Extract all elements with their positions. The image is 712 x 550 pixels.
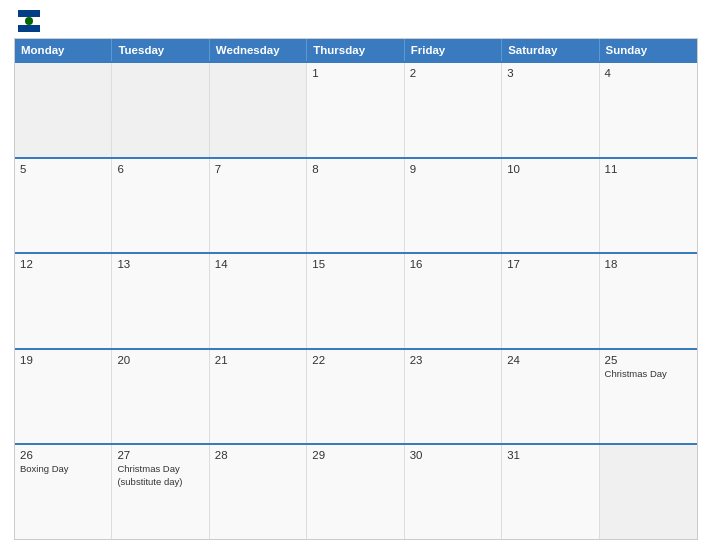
- logo-flag-icon: [18, 10, 40, 32]
- calendar-cell: 7: [210, 159, 307, 253]
- day-number: 3: [507, 67, 593, 79]
- header-day-sunday: Sunday: [600, 39, 697, 61]
- day-number: 28: [215, 449, 301, 461]
- calendar-cell: 24: [502, 350, 599, 444]
- calendar-cell: 15: [307, 254, 404, 348]
- day-number: 8: [312, 163, 398, 175]
- calendar-cell: 25Christmas Day: [600, 350, 697, 444]
- header-day-thursday: Thursday: [307, 39, 404, 61]
- day-number: 9: [410, 163, 496, 175]
- header-day-saturday: Saturday: [502, 39, 599, 61]
- calendar-cell: 21: [210, 350, 307, 444]
- header-day-monday: Monday: [15, 39, 112, 61]
- day-number: 2: [410, 67, 496, 79]
- day-number: 25: [605, 354, 692, 366]
- header-day-wednesday: Wednesday: [210, 39, 307, 61]
- day-number: 22: [312, 354, 398, 366]
- calendar-cell: 4: [600, 63, 697, 157]
- day-number: 1: [312, 67, 398, 79]
- calendar-header: MondayTuesdayWednesdayThursdayFridaySatu…: [15, 39, 697, 61]
- day-number: 10: [507, 163, 593, 175]
- calendar: MondayTuesdayWednesdayThursdayFridaySatu…: [14, 38, 698, 540]
- day-number: 26: [20, 449, 106, 461]
- day-number: 5: [20, 163, 106, 175]
- day-number: 29: [312, 449, 398, 461]
- calendar-cell: 1: [307, 63, 404, 157]
- calendar-cell: 20: [112, 350, 209, 444]
- calendar-cell: 3: [502, 63, 599, 157]
- day-number: 4: [605, 67, 692, 79]
- day-number: 7: [215, 163, 301, 175]
- calendar-cell: [600, 445, 697, 539]
- calendar-cell: [210, 63, 307, 157]
- day-number: 19: [20, 354, 106, 366]
- calendar-cell: 30: [405, 445, 502, 539]
- calendar-cell: 26Boxing Day: [15, 445, 112, 539]
- calendar-cell: 11: [600, 159, 697, 253]
- week-row-3: 12131415161718: [15, 252, 697, 348]
- day-number: 23: [410, 354, 496, 366]
- day-number: 6: [117, 163, 203, 175]
- calendar-cell: 8: [307, 159, 404, 253]
- page: MondayTuesdayWednesdayThursdayFridaySatu…: [0, 0, 712, 550]
- calendar-cell: [112, 63, 209, 157]
- day-number: 20: [117, 354, 203, 366]
- calendar-cell: [15, 63, 112, 157]
- day-number: 24: [507, 354, 593, 366]
- day-number: 21: [215, 354, 301, 366]
- week-row-1: 1234: [15, 61, 697, 157]
- calendar-cell: 27Christmas Day (substitute day): [112, 445, 209, 539]
- week-row-2: 567891011: [15, 157, 697, 253]
- calendar-cell: 23: [405, 350, 502, 444]
- day-number: 18: [605, 258, 692, 270]
- day-number: 11: [605, 163, 692, 175]
- calendar-cell: 18: [600, 254, 697, 348]
- calendar-cell: 17: [502, 254, 599, 348]
- calendar-cell: 5: [15, 159, 112, 253]
- calendar-body: 1234567891011121314151617181920212223242…: [15, 61, 697, 539]
- holiday-label: Boxing Day: [20, 463, 106, 475]
- calendar-cell: 10: [502, 159, 599, 253]
- calendar-cell: 19: [15, 350, 112, 444]
- calendar-cell: 31: [502, 445, 599, 539]
- day-number: 12: [20, 258, 106, 270]
- header: [14, 10, 698, 32]
- day-number: 14: [215, 258, 301, 270]
- calendar-cell: 22: [307, 350, 404, 444]
- week-row-4: 19202122232425Christmas Day: [15, 348, 697, 444]
- day-number: 31: [507, 449, 593, 461]
- header-day-friday: Friday: [405, 39, 502, 61]
- header-day-tuesday: Tuesday: [112, 39, 209, 61]
- calendar-cell: 2: [405, 63, 502, 157]
- calendar-cell: 28: [210, 445, 307, 539]
- day-number: 17: [507, 258, 593, 270]
- day-number: 15: [312, 258, 398, 270]
- day-number: 16: [410, 258, 496, 270]
- calendar-cell: 29: [307, 445, 404, 539]
- calendar-cell: 13: [112, 254, 209, 348]
- holiday-label: Christmas Day (substitute day): [117, 463, 203, 488]
- holiday-label: Christmas Day: [605, 368, 692, 380]
- day-number: 27: [117, 449, 203, 461]
- svg-rect-2: [18, 25, 40, 32]
- day-number: 30: [410, 449, 496, 461]
- calendar-cell: 9: [405, 159, 502, 253]
- calendar-cell: 16: [405, 254, 502, 348]
- calendar-cell: 14: [210, 254, 307, 348]
- day-number: 13: [117, 258, 203, 270]
- calendar-cell: 6: [112, 159, 209, 253]
- svg-rect-0: [18, 10, 40, 17]
- logo: [16, 10, 40, 32]
- week-row-5: 26Boxing Day27Christmas Day (substitute …: [15, 443, 697, 539]
- svg-point-3: [25, 17, 33, 25]
- calendar-cell: 12: [15, 254, 112, 348]
